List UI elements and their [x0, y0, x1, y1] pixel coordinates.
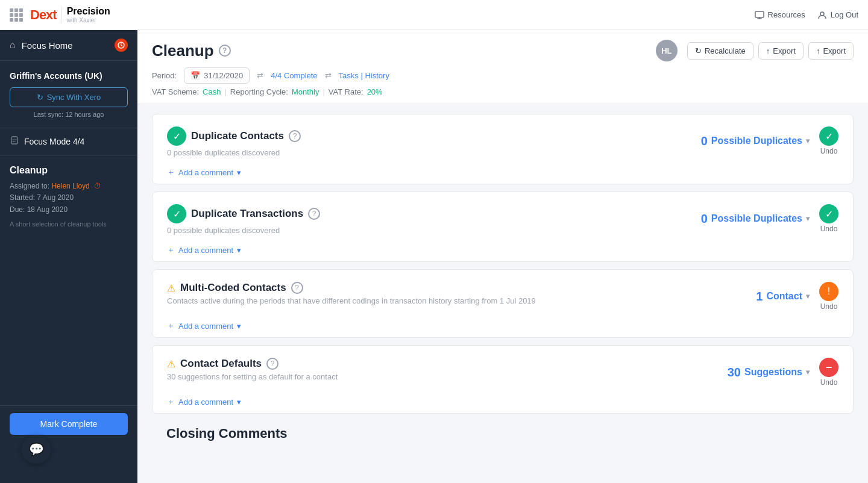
card-title: Multi-Coded Contacts	[180, 282, 286, 294]
chat-icon: 💬	[29, 442, 44, 457]
last-sync-label: Last sync: 12 hours ago	[10, 111, 128, 118]
topnav-left: Dext Precision with Xavier	[10, 6, 110, 23]
status-count[interactable]: 30 Suggestions ▾	[728, 366, 810, 379]
chevron-down-icon: ▾	[237, 322, 241, 331]
vat-scheme-label: VAT Scheme:	[152, 87, 199, 96]
cards-list: ✓ Duplicate Contacts ? 0 possible duplic…	[137, 104, 868, 461]
sidebar-item-focus-mode[interactable]: Focus Mode 4/4	[0, 128, 137, 155]
cleanup-meta: Assigned to: Helen Lloyd ⏱ Started: 7 Au…	[10, 181, 128, 216]
resources-button[interactable]: Resources	[755, 10, 805, 20]
sidebar-account: Griffin's Accounts (UK) ↻ Sync With Xero…	[0, 61, 137, 128]
sync-icon: ↻	[37, 93, 43, 102]
undo-label[interactable]: Undo	[820, 225, 838, 233]
card-subtitle: 0 possible duplicates discovered	[167, 226, 320, 235]
card-body: ✓ Duplicate Transactions ? 0 possible du…	[153, 192, 853, 240]
card-right: 0 Possible Duplicates ▾ ✓ Undo	[701, 126, 838, 155]
period-picker[interactable]: 📅 31/12/2020	[184, 67, 250, 84]
tasks-history-link[interactable]: Tasks | History	[339, 71, 389, 80]
account-name: Griffin's Accounts (UK)	[10, 70, 128, 81]
logout-button[interactable]: Log Out	[817, 10, 858, 20]
card-help-icon[interactable]: ?	[291, 282, 303, 294]
card-help-icon[interactable]: ?	[308, 208, 320, 220]
undo-label[interactable]: Undo	[820, 147, 838, 155]
undo-label[interactable]: Undo	[820, 302, 838, 311]
add-comment-3[interactable]: ＋ Add a comment ▾	[153, 316, 853, 337]
timer-icon	[118, 42, 125, 49]
card-title-row: ✓ Duplicate Transactions ?	[167, 204, 320, 223]
logo-dext: Dext	[30, 7, 57, 23]
card-help-icon[interactable]: ?	[266, 358, 278, 370]
chevron-down-icon: ▾	[806, 292, 810, 301]
main-title-row: Cleanup ? HL ↻ Recalculate ↑ Export	[152, 40, 854, 61]
title-group: Cleanup ?	[152, 42, 231, 60]
page-title: Cleanup ?	[152, 42, 231, 60]
avatar: HL	[656, 40, 678, 61]
card-right: 30 Suggestions ▾ − Undo	[728, 358, 838, 387]
header-actions: HL ↻ Recalculate ↑ Export ↑ Export	[656, 40, 854, 61]
vat-rate-label: VAT Rate:	[329, 87, 363, 96]
assigned-to-label: Assigned to:	[10, 182, 51, 190]
main-meta: Period: 📅 31/12/2020 ⇄ 4/4 Complete ⇄ Ta…	[152, 67, 854, 84]
chat-bubble-button[interactable]: 💬	[22, 435, 51, 464]
card-help-icon[interactable]: ?	[289, 130, 301, 142]
svg-rect-0	[755, 11, 764, 17]
card-row: ✓ Duplicate Transactions ? 0 possible du…	[167, 204, 838, 235]
vat-bar: VAT Scheme: Cash | Reporting Cycle: Mont…	[152, 87, 854, 96]
timer-badge: ⏱	[94, 182, 101, 190]
reporting-cycle-value: Monthly	[292, 87, 319, 96]
card-right: 1 Contact ▾ ! Undo	[756, 282, 838, 311]
count-label: Possible Duplicates	[711, 213, 802, 224]
period-value: 31/12/2020	[204, 71, 243, 80]
count-num: 0	[701, 134, 708, 148]
status-count[interactable]: 0 Possible Duplicates ▾	[701, 212, 810, 226]
logo-sub: with Xavier	[67, 17, 110, 23]
status-count[interactable]: 1 Contact ▾	[756, 290, 810, 304]
chevron-down-icon: ▾	[237, 168, 241, 177]
focus-mode-label: Focus Mode 4/4	[24, 137, 84, 146]
vat-scheme-value: Cash	[203, 87, 221, 96]
card-left: ✓ Duplicate Transactions ? 0 possible du…	[167, 204, 320, 235]
grid-icon[interactable]	[10, 8, 23, 22]
assigned-name: Helen Lloyd	[51, 182, 89, 190]
undo-group: ✓ Undo	[819, 126, 838, 155]
svg-rect-3	[11, 137, 17, 144]
card-title: Contact Defaults	[180, 358, 262, 370]
status-count[interactable]: 0 Possible Duplicates ▾	[701, 134, 810, 148]
cleanup-desc: A short selection of cleanup tools	[10, 220, 128, 228]
add-comment-1[interactable]: ＋ Add a comment ▾	[153, 162, 853, 184]
calendar-icon: 📅	[190, 71, 200, 80]
sidebar-cleanup: Cleanup Assigned to: Helen Lloyd ⏱ Start…	[0, 155, 137, 406]
cleanup-title: Cleanup	[10, 165, 128, 176]
add-comment-4[interactable]: ＋ Add a comment ▾	[153, 391, 853, 413]
card-left: ⚠ Contact Defaults ? 30 suggestions for …	[167, 358, 338, 381]
main-header: Cleanup ? HL ↻ Recalculate ↑ Export	[137, 30, 868, 104]
comment-icon: ＋	[167, 396, 175, 407]
help-icon[interactable]: ?	[219, 45, 231, 57]
undo-group: − Undo	[819, 358, 838, 387]
duplicate-contacts-card: ✓ Duplicate Contacts ? 0 possible duplic…	[152, 114, 854, 184]
closing-comments-title: Closing Comments	[166, 426, 839, 441]
reporting-cycle-label: Reporting Cycle:	[230, 87, 288, 96]
logo-text: Precision with Xavier	[67, 6, 110, 23]
recalculate-icon: ↻	[695, 46, 702, 55]
chevron-down-icon: ▾	[806, 137, 810, 145]
chevron-down-icon: ▾	[806, 368, 810, 376]
undo-label[interactable]: Undo	[820, 378, 838, 387]
minus-icon: −	[819, 358, 838, 377]
warning-icon: ⚠	[167, 282, 175, 294]
multi-coded-contacts-card: ⚠ Multi-Coded Contacts ? Contacts active…	[152, 269, 854, 338]
topnav-right: Resources Log Out	[755, 10, 858, 20]
undo-group: ✓ Undo	[819, 204, 838, 233]
sidebar-item-focus-home[interactable]: ⌂ Focus Home	[0, 30, 137, 61]
clipboard-icon	[10, 136, 19, 145]
sync-with-xero-button[interactable]: ↻ Sync With Xero	[10, 87, 128, 107]
card-row: ✓ Duplicate Contacts ? 0 possible duplic…	[167, 126, 838, 157]
export-button-2[interactable]: ↑ Export	[808, 42, 854, 60]
card-title-row: ✓ Duplicate Contacts ?	[167, 126, 301, 146]
mark-complete-button[interactable]: Mark Complete	[10, 413, 128, 435]
recalculate-button[interactable]: ↻ Recalculate	[687, 42, 753, 60]
export-button-1[interactable]: ↑ Export	[758, 42, 804, 60]
period-label: Period:	[152, 71, 177, 80]
add-comment-2[interactable]: ＋ Add a comment ▾	[153, 240, 853, 261]
focus-home-label: Focus Home	[22, 40, 108, 51]
